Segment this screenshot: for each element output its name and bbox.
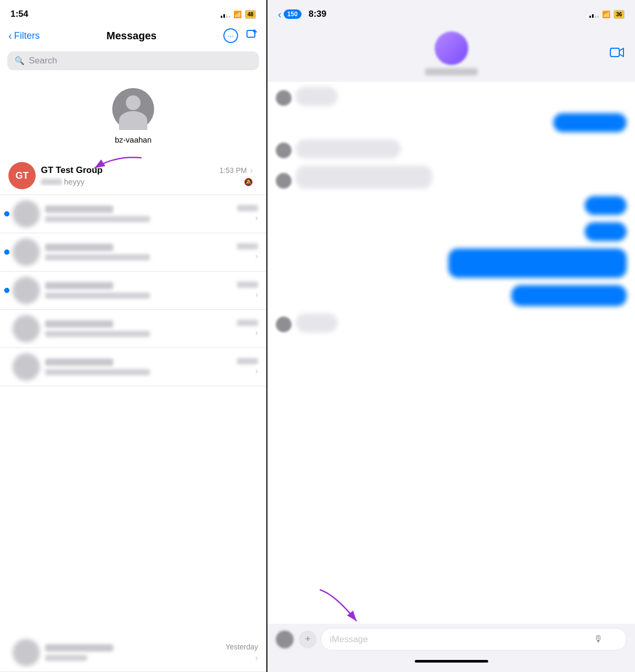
- arrow-6: ›: [255, 366, 258, 376]
- msg-bubble-8: [511, 285, 627, 306]
- conv-item-4[interactable]: ›: [0, 272, 266, 310]
- left-panel: 1:54 📶 48 ‹ Filters Messages ···: [0, 0, 267, 672]
- nav-icons: ···: [223, 28, 258, 43]
- msg-row-9: [276, 313, 627, 332]
- gt-arrow-icon: ›: [250, 166, 253, 175]
- more-button[interactable]: ···: [223, 28, 238, 43]
- conv-avatar-2: [13, 200, 40, 227]
- conv-content-6: [40, 359, 237, 375]
- gt-sender-blur: [41, 179, 62, 185]
- blur-time-3: [237, 243, 258, 250]
- unread-dot-3: [4, 250, 9, 255]
- signal-bar-3: [226, 16, 228, 18]
- msg-row-6: [276, 222, 627, 241]
- blur-title-7: [45, 644, 113, 652]
- imessage-input[interactable]: iMessage 🎙: [321, 628, 627, 651]
- blur-time-4: [237, 281, 258, 288]
- status-icons-right: 📶 48: [221, 10, 256, 19]
- unread-dot-5: [4, 326, 9, 331]
- unread-dot-4: [4, 288, 9, 293]
- mic-icon: 🎙: [594, 634, 603, 645]
- signal-bar-r1: [589, 16, 591, 18]
- gt-conv-message: heyyy: [64, 177, 84, 186]
- signal-bar-r4: [597, 16, 599, 18]
- search-placeholder: Search: [29, 56, 57, 66]
- profile-avatar[interactable]: [112, 88, 154, 130]
- status-time-right: 8:39: [308, 9, 326, 19]
- msg-bubble-4: [296, 166, 432, 189]
- blur-title-6: [45, 359, 113, 366]
- arrow-annotation-2: [309, 584, 372, 626]
- arrow-2: ›: [255, 213, 258, 223]
- conv-item-2[interactable]: ›: [0, 195, 266, 233]
- conv-avatar-7: [13, 639, 40, 666]
- video-call-button[interactable]: [610, 47, 625, 61]
- msg-row-1: [276, 87, 627, 106]
- msg-row-4: [276, 166, 627, 189]
- conv-item-7[interactable]: Yesterday ›: [0, 634, 266, 672]
- chevron-left-back-icon: ‹: [278, 8, 282, 20]
- conv-content-2: [40, 205, 237, 222]
- msg-bubble-1: [296, 87, 338, 106]
- signal-bar-2: [223, 14, 225, 18]
- blur-title-5: [45, 320, 113, 328]
- blur-time-5: [237, 320, 258, 326]
- unread-dot-2: [4, 211, 9, 216]
- signal-bars-left: [221, 10, 230, 18]
- blur-title-3: [45, 244, 113, 251]
- imessage-placeholder: iMessage: [330, 634, 368, 645]
- conv-content-5: [40, 320, 237, 337]
- mute-icon: 🔕: [244, 178, 253, 186]
- filters-button[interactable]: ‹ Filters: [8, 30, 40, 42]
- msg-bubble-7: [448, 248, 627, 278]
- back-button[interactable]: ‹ 150: [278, 8, 302, 20]
- input-controls: + iMessage 🎙: [299, 628, 627, 651]
- input-area-wrapper: + iMessage 🎙: [267, 624, 635, 657]
- msg-row-3: [276, 139, 627, 158]
- conv-content-7: [40, 644, 225, 661]
- conv-item-5[interactable]: ›: [0, 310, 266, 348]
- conv-content-3: [40, 244, 237, 261]
- arrow-7: ›: [255, 653, 258, 663]
- gt-conv-content: GT Test Group 1:53 PM › heyyy 🔕: [36, 165, 258, 186]
- add-attachment-button[interactable]: +: [299, 631, 317, 648]
- gt-conv-time: 1:53 PM: [220, 166, 247, 175]
- blur-sub-2: [45, 216, 150, 222]
- profile-area: bz-vaahan: [0, 78, 266, 157]
- blur-sub-6: [45, 369, 150, 375]
- video-icon: [610, 47, 625, 58]
- gt-test-group-item[interactable]: GT GT Test Group 1:53 PM › heyyy 🔕: [0, 157, 266, 195]
- search-icon: 🔍: [15, 56, 25, 66]
- search-bar[interactable]: 🔍 Search: [7, 51, 259, 70]
- status-icons-right-panel: 📶 36: [589, 10, 625, 19]
- input-user-avatar: [276, 631, 294, 648]
- msg-avatar-4: [276, 173, 292, 189]
- msg-bubble-9: [296, 313, 338, 332]
- signal-bar-1: [221, 16, 222, 18]
- msg-row-2: [276, 113, 627, 132]
- contact-avatar[interactable]: [435, 31, 468, 65]
- msg-bubble-5: [585, 196, 627, 215]
- msg-bubble-3: [296, 139, 401, 158]
- contact-name-blur: [425, 68, 478, 75]
- arrow-annotation-1: [84, 153, 147, 184]
- gt-conv-header: GT Test Group 1:53 PM ›: [41, 165, 253, 176]
- back-badge-count: 150: [284, 9, 302, 19]
- signal-bar-4: [229, 16, 230, 18]
- conv-avatar-5: [13, 315, 40, 342]
- compose-icon: [245, 28, 258, 41]
- compose-button[interactable]: [245, 28, 258, 43]
- home-indicator: [415, 660, 488, 663]
- unread-dot-6: [4, 364, 9, 370]
- input-row: + iMessage 🎙: [267, 624, 635, 657]
- msg-row-7: [276, 248, 627, 278]
- msg-avatar-3: [276, 143, 292, 158]
- signal-bars-right: [589, 10, 599, 18]
- wifi-icon-left: 📶: [233, 10, 242, 18]
- messages-area: [267, 82, 635, 624]
- conv-item-3[interactable]: ›: [0, 233, 266, 272]
- msg-row-5: [276, 196, 627, 215]
- right-bottom: + iMessage 🎙: [267, 624, 635, 672]
- conv-item-6[interactable]: ›: [0, 348, 266, 386]
- blur-sub-3: [45, 254, 150, 261]
